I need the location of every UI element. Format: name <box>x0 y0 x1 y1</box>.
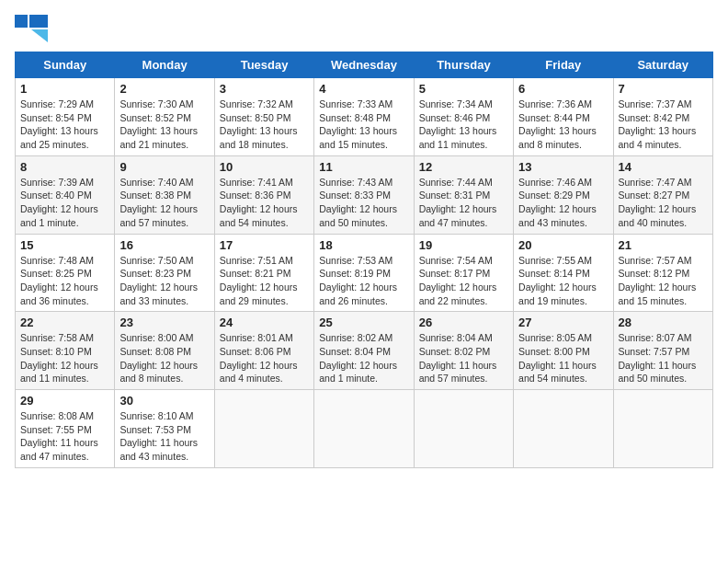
daylight-label: Daylight: 13 hours and 18 minutes. <box>220 125 298 150</box>
daylight-label: Daylight: 11 hours and 50 minutes. <box>619 360 697 385</box>
calendar-body: 1 Sunrise: 7:29 AM Sunset: 8:54 PM Dayli… <box>16 78 713 468</box>
day-number: 11 <box>319 160 408 174</box>
day-info: Sunrise: 7:34 AM Sunset: 8:46 PM Dayligh… <box>419 98 508 152</box>
day-info: Sunrise: 7:39 AM Sunset: 8:40 PM Dayligh… <box>20 176 109 230</box>
day-info: Sunrise: 7:36 AM Sunset: 8:44 PM Dayligh… <box>518 98 608 152</box>
sunset-label: Sunset: 8:46 PM <box>419 112 491 123</box>
calendar-cell: 1 Sunrise: 7:29 AM Sunset: 8:54 PM Dayli… <box>16 78 115 156</box>
day-info: Sunrise: 8:04 AM Sunset: 8:02 PM Dayligh… <box>419 331 508 385</box>
day-number: 2 <box>119 82 209 96</box>
calendar-week-4: 22 Sunrise: 7:58 AM Sunset: 8:10 PM Dayl… <box>16 312 713 390</box>
calendar-cell: 10 Sunrise: 7:41 AM Sunset: 8:36 PM Dayl… <box>214 155 313 234</box>
header-day-saturday: Saturday <box>613 52 712 78</box>
calendar-cell <box>613 390 712 468</box>
day-number: 27 <box>518 316 608 329</box>
calendar-cell: 5 Sunrise: 7:34 AM Sunset: 8:46 PM Dayli… <box>414 78 513 156</box>
sunset-label: Sunset: 8:23 PM <box>119 268 191 279</box>
header-day-thursday: Thursday <box>414 52 513 78</box>
day-number: 29 <box>20 394 109 408</box>
day-number: 17 <box>220 238 309 252</box>
sunrise-label: Sunrise: 8:00 AM <box>119 332 193 343</box>
sunrise-label: Sunrise: 8:07 AM <box>619 332 692 343</box>
calendar-cell: 17 Sunrise: 7:51 AM Sunset: 8:21 PM Dayl… <box>214 234 313 312</box>
sunrise-label: Sunrise: 7:55 AM <box>518 255 592 266</box>
day-info: Sunrise: 7:40 AM Sunset: 8:38 PM Dayligh… <box>119 176 209 230</box>
daylight-label: Daylight: 12 hours and 1 minute. <box>20 203 98 228</box>
day-number: 19 <box>419 238 508 252</box>
day-info: Sunrise: 7:55 AM Sunset: 8:14 PM Dayligh… <box>518 254 608 308</box>
sunset-label: Sunset: 8:36 PM <box>220 190 291 201</box>
daylight-label: Daylight: 12 hours and 15 minutes. <box>619 282 697 306</box>
sunrise-label: Sunrise: 7:40 AM <box>119 177 193 188</box>
calendar-cell: 23 Sunrise: 8:00 AM Sunset: 8:08 PM Dayl… <box>115 312 214 390</box>
sunrise-label: Sunrise: 7:58 AM <box>20 332 94 343</box>
sunset-label: Sunset: 8:10 PM <box>20 346 92 357</box>
day-number: 28 <box>619 316 708 329</box>
sunset-label: Sunset: 8:00 PM <box>518 346 590 357</box>
sunrise-label: Sunrise: 7:36 AM <box>518 98 592 109</box>
sunset-label: Sunset: 8:31 PM <box>419 190 491 201</box>
sunrise-label: Sunrise: 8:02 AM <box>319 332 392 343</box>
day-number: 15 <box>20 238 109 252</box>
day-info: Sunrise: 8:08 AM Sunset: 7:55 PM Dayligh… <box>20 409 109 464</box>
svg-marker-2 <box>31 29 48 42</box>
logo-icon <box>15 15 48 42</box>
sunset-label: Sunset: 8:54 PM <box>20 112 92 123</box>
daylight-label: Daylight: 13 hours and 8 minutes. <box>518 125 597 150</box>
calendar-cell <box>314 390 414 468</box>
daylight-label: Daylight: 12 hours and 1 minute. <box>319 360 397 385</box>
sunrise-label: Sunrise: 7:29 AM <box>20 98 94 109</box>
sunset-label: Sunset: 8:33 PM <box>319 190 391 201</box>
calendar-cell: 22 Sunrise: 7:58 AM Sunset: 8:10 PM Dayl… <box>16 312 115 390</box>
calendar-cell: 25 Sunrise: 8:02 AM Sunset: 8:04 PM Dayl… <box>314 312 414 390</box>
day-info: Sunrise: 8:07 AM Sunset: 7:57 PM Dayligh… <box>619 331 708 385</box>
day-info: Sunrise: 7:29 AM Sunset: 8:54 PM Dayligh… <box>20 98 109 152</box>
calendar-header-row: SundayMondayTuesdayWednesdayThursdayFrid… <box>16 52 713 78</box>
sunset-label: Sunset: 8:12 PM <box>619 268 690 279</box>
daylight-label: Daylight: 12 hours and 29 minutes. <box>220 282 298 306</box>
sunset-label: Sunset: 8:02 PM <box>419 346 491 357</box>
calendar-cell: 8 Sunrise: 7:39 AM Sunset: 8:40 PM Dayli… <box>16 155 115 234</box>
day-number: 14 <box>619 160 708 174</box>
calendar-cell: 6 Sunrise: 7:36 AM Sunset: 8:44 PM Dayli… <box>514 78 613 156</box>
sunset-label: Sunset: 8:50 PM <box>220 112 291 123</box>
daylight-label: Daylight: 12 hours and 22 minutes. <box>419 282 497 306</box>
daylight-label: Daylight: 12 hours and 50 minutes. <box>319 203 397 228</box>
day-number: 9 <box>119 160 209 174</box>
sunrise-label: Sunrise: 8:08 AM <box>20 410 94 421</box>
day-number: 30 <box>119 394 209 408</box>
sunrise-label: Sunrise: 7:50 AM <box>119 255 193 266</box>
daylight-label: Daylight: 11 hours and 54 minutes. <box>518 360 597 385</box>
daylight-label: Daylight: 11 hours and 47 minutes. <box>20 437 98 462</box>
daylight-label: Daylight: 12 hours and 26 minutes. <box>319 282 397 306</box>
calendar-cell: 20 Sunrise: 7:55 AM Sunset: 8:14 PM Dayl… <box>514 234 613 312</box>
calendar-cell <box>414 390 513 468</box>
sunrise-label: Sunrise: 7:44 AM <box>419 177 493 188</box>
calendar-cell: 21 Sunrise: 7:57 AM Sunset: 8:12 PM Dayl… <box>613 234 712 312</box>
calendar-table: SundayMondayTuesdayWednesdayThursdayFrid… <box>15 52 713 468</box>
sunrise-label: Sunrise: 7:53 AM <box>319 255 392 266</box>
day-number: 24 <box>220 316 309 329</box>
calendar-cell: 3 Sunrise: 7:32 AM Sunset: 8:50 PM Dayli… <box>214 78 313 156</box>
day-info: Sunrise: 7:30 AM Sunset: 8:52 PM Dayligh… <box>119 98 209 152</box>
daylight-label: Daylight: 11 hours and 57 minutes. <box>419 360 497 385</box>
day-info: Sunrise: 8:05 AM Sunset: 8:00 PM Dayligh… <box>518 331 608 385</box>
daylight-label: Daylight: 12 hours and 47 minutes. <box>419 203 497 228</box>
day-info: Sunrise: 7:33 AM Sunset: 8:48 PM Dayligh… <box>319 98 408 152</box>
day-info: Sunrise: 7:41 AM Sunset: 8:36 PM Dayligh… <box>220 176 309 230</box>
sunrise-label: Sunrise: 7:54 AM <box>419 255 493 266</box>
sunset-label: Sunset: 8:38 PM <box>119 190 191 201</box>
day-number: 7 <box>619 82 708 96</box>
calendar-cell: 18 Sunrise: 7:53 AM Sunset: 8:19 PM Dayl… <box>314 234 414 312</box>
day-info: Sunrise: 7:51 AM Sunset: 8:21 PM Dayligh… <box>220 254 309 308</box>
day-info: Sunrise: 7:53 AM Sunset: 8:19 PM Dayligh… <box>319 254 408 308</box>
day-number: 1 <box>20 82 109 96</box>
daylight-label: Daylight: 13 hours and 21 minutes. <box>119 125 198 150</box>
calendar-cell: 14 Sunrise: 7:47 AM Sunset: 8:27 PM Dayl… <box>613 155 712 234</box>
day-info: Sunrise: 7:50 AM Sunset: 8:23 PM Dayligh… <box>119 254 209 308</box>
day-number: 6 <box>518 82 608 96</box>
daylight-label: Daylight: 12 hours and 43 minutes. <box>518 203 597 228</box>
sunrise-label: Sunrise: 7:43 AM <box>319 177 392 188</box>
calendar-week-2: 8 Sunrise: 7:39 AM Sunset: 8:40 PM Dayli… <box>16 155 713 234</box>
day-number: 21 <box>619 238 708 252</box>
